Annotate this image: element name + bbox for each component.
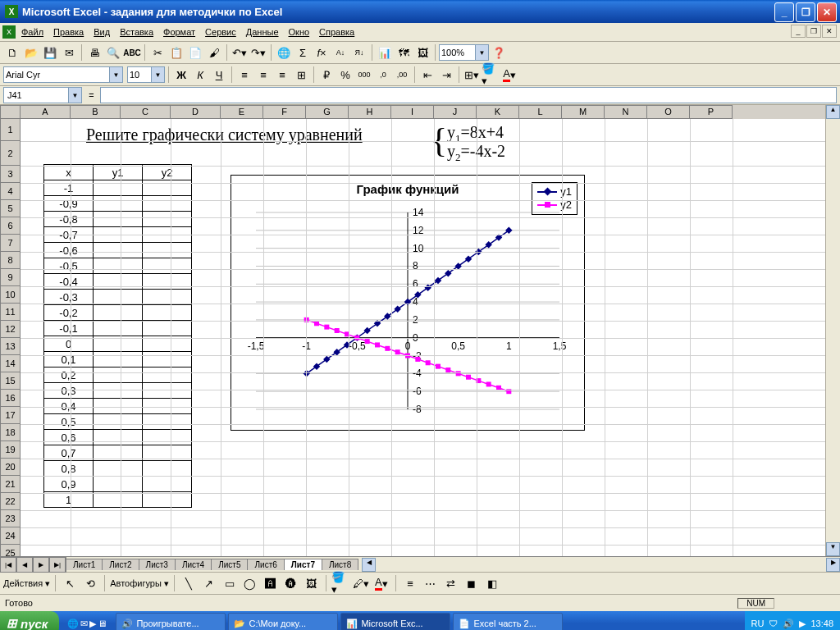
sheet-tab-Лист1[interactable]: Лист1 xyxy=(66,559,103,570)
close-button[interactable]: ✕ xyxy=(817,2,837,22)
col-header-L[interactable]: L xyxy=(519,105,562,119)
merge-button[interactable]: ⊞ xyxy=(292,66,310,84)
taskbar-button[interactable]: 📂С:\Мои доку... xyxy=(228,613,338,630)
sheet-tab-Лист2[interactable]: Лист2 xyxy=(102,559,139,570)
col-header-D[interactable]: D xyxy=(171,105,221,119)
undo-button[interactable]: ↶▾ xyxy=(231,43,249,62)
font-color-draw-button[interactable]: A▾ xyxy=(372,574,390,592)
hyperlink-button[interactable]: 🌐 xyxy=(275,43,293,62)
rectangle-button[interactable]: ▭ xyxy=(221,574,239,592)
row-header-5[interactable]: 5 xyxy=(0,200,21,217)
sheet-tab-Лист8[interactable]: Лист8 xyxy=(322,559,358,570)
row-header-19[interactable]: 19 xyxy=(0,441,21,459)
underline-button[interactable]: Ч xyxy=(210,66,228,84)
align-left-button[interactable]: ≡ xyxy=(235,66,253,84)
taskbar-button[interactable]: 📄Excel часть 2... xyxy=(453,613,563,630)
function-button[interactable]: f× xyxy=(313,43,331,62)
help-button[interactable]: ❓ xyxy=(490,43,508,62)
col-header-F[interactable]: F xyxy=(263,105,306,119)
clipart-button[interactable]: 🖼 xyxy=(303,574,321,592)
row-header-8[interactable]: 8 xyxy=(0,252,21,269)
col-header-K[interactable]: K xyxy=(477,105,519,119)
wordart-button[interactable]: 🅐 xyxy=(282,574,300,592)
fill-color-button[interactable]: 🪣▾ xyxy=(482,66,500,84)
spellcheck-button[interactable]: ABC xyxy=(123,43,141,62)
col-header-B[interactable]: B xyxy=(71,105,121,119)
sheet-tab-Лист5[interactable]: Лист5 xyxy=(211,559,248,570)
sort-asc-button[interactable]: А↓ xyxy=(331,43,349,62)
mail-button[interactable]: ✉ xyxy=(60,43,78,62)
row-header-13[interactable]: 13 xyxy=(0,338,21,355)
mdi-minimize[interactable]: _ xyxy=(791,25,806,38)
bold-button[interactable]: Ж xyxy=(172,66,190,84)
align-center-button[interactable]: ≡ xyxy=(254,66,272,84)
currency-button[interactable]: ₽ xyxy=(317,66,336,84)
lang-indicator[interactable]: RU xyxy=(751,619,765,628)
col-header-A[interactable]: A xyxy=(21,105,71,119)
textbox-button[interactable]: 🅰 xyxy=(262,574,280,592)
sheet-tab-Лист4[interactable]: Лист4 xyxy=(175,559,212,570)
oval-button[interactable]: ◯ xyxy=(241,574,259,592)
formula-bar[interactable] xyxy=(100,87,837,103)
menu-file[interactable]: Файл xyxy=(16,25,48,39)
increase-decimal-button[interactable]: ,0 xyxy=(374,66,392,84)
col-header-C[interactable]: C xyxy=(121,105,171,119)
chart-button[interactable]: 📊 xyxy=(376,43,394,62)
line-style-button[interactable]: ≡ xyxy=(401,574,419,592)
font-name-combo[interactable]: Arial Cyr▼ xyxy=(3,66,123,83)
row-header-21[interactable]: 21 xyxy=(0,476,21,493)
tray-icon[interactable]: 🔊 xyxy=(783,619,794,629)
menu-edit[interactable]: Правка xyxy=(48,25,89,39)
menu-view[interactable]: Вид xyxy=(89,25,115,39)
menu-insert[interactable]: Вставка xyxy=(115,25,158,39)
row-header-2[interactable]: 2 xyxy=(0,141,21,166)
sheet-tab-Лист3[interactable]: Лист3 xyxy=(139,559,176,570)
menu-service[interactable]: Сервис xyxy=(200,25,241,39)
format-painter-button[interactable]: 🖌 xyxy=(205,43,223,62)
select-objects-button[interactable]: ↖ xyxy=(61,574,79,592)
row-header-25[interactable]: 25 xyxy=(0,545,21,556)
dash-style-button[interactable]: ⋯ xyxy=(422,574,440,592)
menu-format[interactable]: Формат xyxy=(158,25,200,39)
arrow-button[interactable]: ↗ xyxy=(200,574,218,592)
row-header-6[interactable]: 6 xyxy=(0,217,21,235)
redo-button[interactable]: ↷▾ xyxy=(249,43,267,62)
sheet-tab-Лист7[interactable]: Лист7 xyxy=(284,559,322,570)
copy-button[interactable]: 📋 xyxy=(167,43,185,62)
col-header-E[interactable]: E xyxy=(221,105,263,119)
mdi-close[interactable]: ✕ xyxy=(822,25,837,38)
draw-actions-menu[interactable]: Действия ▾ xyxy=(3,578,50,589)
font-size-combo[interactable]: 10▼ xyxy=(127,66,165,83)
row-header-23[interactable]: 23 xyxy=(0,510,21,527)
col-header-G[interactable]: G xyxy=(306,105,349,119)
comma-button[interactable]: 000 xyxy=(355,66,373,84)
worksheet[interactable]: ABCDEFGHIJKLMNOP 12345678910111213141516… xyxy=(0,105,840,556)
col-header-J[interactable]: J xyxy=(434,105,477,119)
3d-button[interactable]: ◧ xyxy=(483,574,501,592)
row-header-24[interactable]: 24 xyxy=(0,527,21,545)
col-header-O[interactable]: O xyxy=(647,105,690,119)
font-color-button[interactable]: A▾ xyxy=(500,66,518,84)
clock[interactable]: 13:48 xyxy=(810,619,833,628)
row-header-14[interactable]: 14 xyxy=(0,355,21,372)
col-header-M[interactable]: M xyxy=(562,105,605,119)
map-button[interactable]: 🗺 xyxy=(395,43,413,62)
open-button[interactable]: 📂 xyxy=(22,43,40,62)
paste-button[interactable]: 📄 xyxy=(186,43,204,62)
row-header-22[interactable]: 22 xyxy=(0,493,21,510)
save-button[interactable]: 💾 xyxy=(41,43,59,62)
col-header-P[interactable]: P xyxy=(690,105,733,119)
row-header-3[interactable]: 3 xyxy=(0,166,21,183)
fill-button[interactable]: 🪣▾ xyxy=(331,574,349,592)
tray-icon[interactable]: ▶ xyxy=(799,619,806,629)
menu-window[interactable]: Окно xyxy=(284,25,315,39)
vertical-scrollbar[interactable]: ▲ ▼ xyxy=(825,105,840,556)
sort-desc-button[interactable]: Я↓ xyxy=(350,43,368,62)
row-header-10[interactable]: 10 xyxy=(0,286,21,304)
zoom-combo[interactable]: 100%▼ xyxy=(439,44,489,61)
increase-indent-button[interactable]: ⇥ xyxy=(437,66,455,84)
row-header-4[interactable]: 4 xyxy=(0,183,21,200)
menu-data[interactable]: Данные xyxy=(241,25,284,39)
new-button[interactable]: 🗋 xyxy=(3,43,21,62)
taskbar-button[interactable]: 🔊Проигрывате... xyxy=(116,613,226,630)
